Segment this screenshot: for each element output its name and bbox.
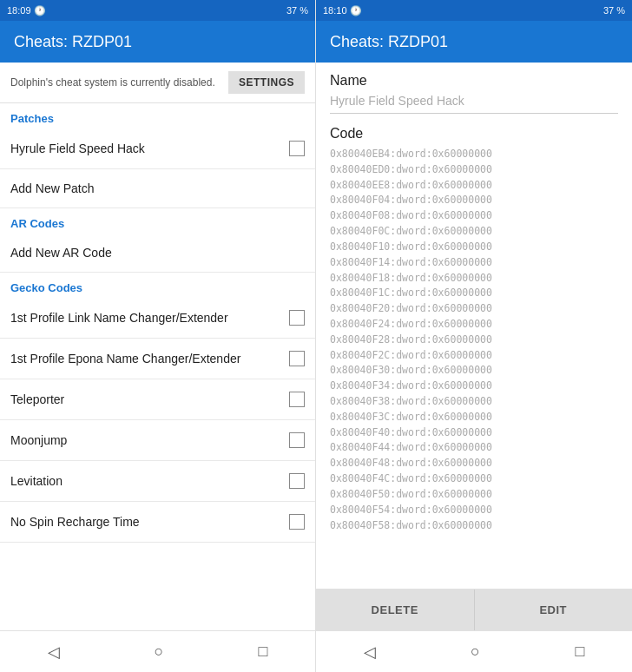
- teleporter-label: Teleporter: [10, 392, 64, 406]
- code-line: 0x80040F44:dword:0x60000000: [330, 440, 618, 456]
- right-nav-bar: ◁ ○ □: [316, 630, 632, 672]
- name-label: Name: [330, 73, 618, 89]
- edit-button[interactable]: EDIT: [475, 590, 633, 630]
- left-recents-icon[interactable]: □: [259, 642, 268, 661]
- patches-header: Patches: [0, 103, 315, 128]
- gecko-epona-item[interactable]: 1st Profile Epona Name Changer/Extender: [0, 339, 315, 379]
- code-line: 0x80040F24:dword:0x60000000: [330, 317, 618, 333]
- left-time: 18:09: [7, 5, 31, 16]
- code-line: 0x80040F40:dword:0x60000000: [330, 425, 618, 441]
- right-back-icon[interactable]: ◁: [364, 642, 376, 662]
- gecko-epona-checkbox[interactable]: [289, 351, 305, 366]
- hyrule-field-speed-hack-checkbox[interactable]: [289, 141, 305, 156]
- gecko-codes-header: Gecko Codes: [0, 273, 315, 298]
- code-line: 0x80040F2C:dword:0x60000000: [330, 348, 618, 364]
- right-panel: 18:10 🕐 37 % Cheats: RZDP01 Name Hyrule …: [316, 0, 632, 672]
- left-status-bar: 18:09 🕐 37 %: [0, 0, 315, 21]
- right-recents-icon[interactable]: □: [575, 642, 584, 661]
- settings-button[interactable]: SETTINGS: [228, 71, 305, 94]
- code-line: 0x80040F54:dword:0x60000000: [330, 503, 618, 518]
- left-panel: 18:09 🕐 37 % Cheats: RZDP01 Dolphin's ch…: [0, 0, 316, 672]
- code-line: 0x80040F50:dword:0x60000000: [330, 487, 618, 503]
- add-new-patch-item[interactable]: Add New Patch: [0, 169, 315, 208]
- code-line: 0x80040F0C:dword:0x60000000: [330, 224, 618, 240]
- right-app-bar: Cheats: RZDP01: [316, 21, 632, 63]
- levitation-item[interactable]: Levitation: [0, 461, 315, 502]
- code-line: 0x80040F4C:dword:0x60000000: [330, 471, 618, 487]
- left-battery: 37 %: [286, 5, 308, 16]
- add-new-ar-code-label: Add New AR Code: [10, 246, 112, 260]
- left-app-bar-title: Cheats: RZDP01: [14, 33, 132, 51]
- levitation-checkbox[interactable]: [289, 473, 305, 489]
- hyrule-field-speed-hack-item[interactable]: Hyrule Field Speed Hack: [0, 128, 315, 169]
- code-block: 0x80040EB4:dword:0x600000000x80040ED0:dw…: [330, 147, 618, 533]
- left-content: Patches Hyrule Field Speed Hack Add New …: [0, 103, 315, 630]
- gecko-link-checkbox[interactable]: [289, 310, 305, 326]
- teleporter-item[interactable]: Teleporter: [0, 379, 315, 420]
- gecko-epona-label: 1st Profile Epona Name Changer/Extender: [10, 352, 240, 366]
- code-line: 0x80040F08:dword:0x60000000: [330, 208, 618, 224]
- moonjump-item[interactable]: Moonjump: [0, 420, 315, 461]
- teleporter-checkbox[interactable]: [289, 392, 305, 407]
- code-line: 0x80040EB4:dword:0x60000000: [330, 147, 618, 162]
- no-spin-checkbox[interactable]: [289, 514, 305, 530]
- right-bottom-bar: DELETE EDIT: [316, 589, 632, 630]
- ar-codes-header: AR Codes: [0, 208, 315, 234]
- code-line: 0x80040F28:dword:0x60000000: [330, 333, 618, 348]
- code-line: 0x80040F3C:dword:0x60000000: [330, 410, 618, 425]
- code-line: 0x80040F34:dword:0x60000000: [330, 379, 618, 394]
- hyrule-field-speed-hack-label: Hyrule Field Speed Hack: [10, 142, 145, 155]
- disabled-banner: Dolphin's cheat system is currently disa…: [0, 63, 315, 103]
- code-line: 0x80040F58:dword:0x60000000: [330, 518, 618, 534]
- right-status-bar: 18:10 🕐 37 %: [316, 0, 632, 21]
- name-value: Hyrule Field Speed Hack: [330, 94, 618, 114]
- delete-button[interactable]: DELETE: [316, 590, 475, 630]
- code-line: 0x80040F18:dword:0x60000000: [330, 271, 618, 287]
- code-line: 0x80040F48:dword:0x60000000: [330, 456, 618, 471]
- code-line: 0x80040F20:dword:0x60000000: [330, 301, 618, 317]
- moonjump-label: Moonjump: [10, 433, 67, 447]
- moonjump-checkbox[interactable]: [289, 432, 305, 448]
- code-line: 0x80040F1C:dword:0x60000000: [330, 286, 618, 301]
- left-home-icon[interactable]: ○: [155, 642, 164, 661]
- gecko-link-label: 1st Profile Link Name Changer/Extender: [10, 311, 228, 325]
- code-line: 0x80040ED0:dword:0x60000000: [330, 162, 618, 178]
- levitation-label: Levitation: [10, 474, 63, 488]
- code-line: 0x80040F14:dword:0x60000000: [330, 255, 618, 271]
- code-line: 0x80040F38:dword:0x60000000: [330, 394, 618, 410]
- right-alarm-icon: 🕐: [350, 5, 362, 16]
- left-alarm-icon: 🕐: [34, 5, 46, 16]
- right-time: 18:10: [323, 5, 347, 16]
- code-line: 0x80040F30:dword:0x60000000: [330, 363, 618, 379]
- right-battery: 37 %: [603, 5, 625, 16]
- code-line: 0x80040F04:dword:0x60000000: [330, 193, 618, 208]
- code-line: 0x80040EE8:dword:0x60000000: [330, 178, 618, 194]
- gecko-link-item[interactable]: 1st Profile Link Name Changer/Extender: [0, 298, 315, 339]
- left-back-icon[interactable]: ◁: [48, 642, 60, 662]
- right-content: Name Hyrule Field Speed Hack Code 0x8004…: [316, 63, 632, 589]
- add-new-patch-label: Add New Patch: [10, 181, 95, 195]
- right-home-icon[interactable]: ○: [471, 642, 480, 661]
- no-spin-item[interactable]: No Spin Recharge Time: [0, 502, 315, 543]
- code-label: Code: [330, 126, 618, 142]
- left-nav-bar: ◁ ○ □: [0, 630, 315, 672]
- right-app-bar-title: Cheats: RZDP01: [330, 33, 448, 51]
- disabled-banner-text: Dolphin's cheat system is currently disa…: [10, 76, 228, 89]
- add-new-ar-code-item[interactable]: Add New AR Code: [0, 234, 315, 273]
- left-app-bar: Cheats: RZDP01: [0, 21, 315, 63]
- code-line: 0x80040F10:dword:0x60000000: [330, 240, 618, 255]
- no-spin-label: No Spin Recharge Time: [10, 515, 140, 529]
